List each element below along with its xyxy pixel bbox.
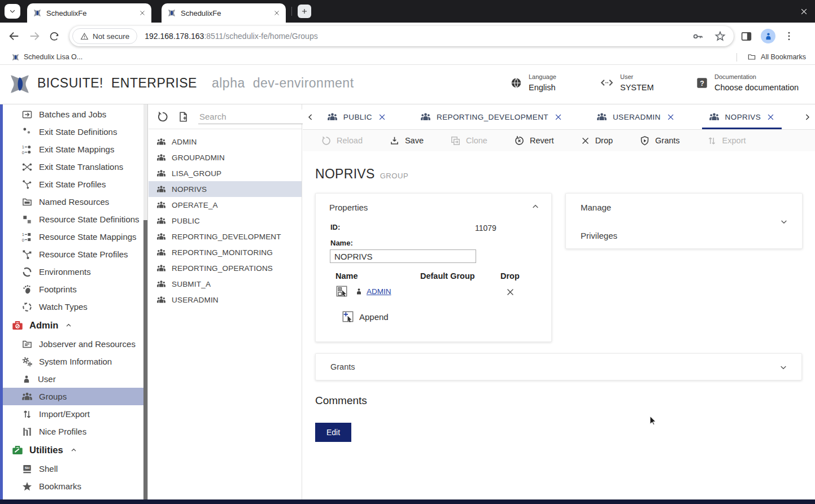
- name-input[interactable]: [330, 249, 476, 263]
- forward-icon[interactable]: [28, 30, 41, 42]
- tab-divider: [291, 7, 292, 16]
- tab-close-icon[interactable]: [139, 10, 146, 16]
- list-item[interactable]: ADMIN: [149, 134, 302, 150]
- browser-tab-1[interactable]: SchedulixFe: [27, 3, 151, 23]
- clone-button[interactable]: Clone: [450, 135, 487, 146]
- list-item[interactable]: USERADMIN: [149, 292, 302, 308]
- tab-search-button[interactable]: [5, 4, 20, 19]
- exit-state-definitions-icon: [21, 126, 33, 138]
- refresh-icon[interactable]: [156, 111, 169, 123]
- user-selector[interactable]: UserSYSTEM: [600, 73, 654, 93]
- address-bar[interactable]: Not secure 192.168.178.163:8511/scheduli…: [69, 26, 734, 46]
- language-selector[interactable]: LanguageEnglish: [510, 73, 556, 93]
- sidebar-item-footprints[interactable]: Footprints: [0, 281, 147, 298]
- save-button[interactable]: Save: [389, 135, 424, 146]
- sidebar-item-bookmarks[interactable]: Bookmarks: [0, 477, 147, 495]
- group-name: NOPRIVS: [172, 185, 207, 194]
- list-item[interactable]: REPORTING_OPERATIONS: [149, 260, 302, 276]
- chevron-right-icon: [803, 112, 812, 122]
- drop-member-icon[interactable]: [505, 287, 515, 297]
- schedulix-favicon: [33, 8, 42, 17]
- tabs-scroll-left-button[interactable]: [303, 104, 318, 129]
- button-label: Save: [405, 136, 424, 145]
- tab-useradmin[interactable]: USERADMIN: [587, 104, 684, 129]
- properties-title: Properties: [329, 203, 368, 212]
- save-icon: [389, 135, 400, 146]
- bookmark-item[interactable]: Schedulix Lisa O...: [11, 53, 82, 62]
- security-chip[interactable]: Not secure: [72, 28, 137, 44]
- revert-button[interactable]: Revert: [514, 135, 554, 146]
- sidebar-section-utilities[interactable]: Utilities: [0, 440, 147, 460]
- append-button[interactable]: Append: [342, 310, 389, 323]
- sidebar-item-environments[interactable]: Environments: [0, 263, 147, 281]
- tab-close-icon[interactable]: [666, 113, 675, 121]
- reload-button[interactable]: Reload: [321, 135, 363, 146]
- manage-privileges-card[interactable]: Manage Privileges: [565, 193, 803, 249]
- expand-chevron-down-icon[interactable]: [779, 217, 788, 226]
- sidebar-item-resource-state-profiles[interactable]: Resource State Profiles: [0, 246, 147, 263]
- list-item-selected[interactable]: NOPRIVS: [149, 181, 302, 197]
- sidebar-item-resource-state-mappings[interactable]: Resource State Mappings: [0, 228, 147, 246]
- star-icon: [21, 481, 33, 492]
- tabs-scroll-right-button[interactable]: [800, 104, 815, 129]
- profile-avatar[interactable]: [761, 29, 775, 43]
- collapse-chevron-up-icon[interactable]: [531, 202, 540, 211]
- sidebar-item-watch-types[interactable]: Watch Types: [0, 298, 147, 315]
- browser-tab-2[interactable]: SchedulixFe: [162, 3, 286, 23]
- grants-button[interactable]: Grants: [639, 135, 680, 146]
- tab-reporting-development[interactable]: REPORTING_DEVELOPMENT: [411, 104, 572, 129]
- tab-public[interactable]: PUBLIC: [318, 104, 395, 129]
- tab-close-icon[interactable]: [273, 10, 280, 16]
- tab-close-icon[interactable]: [378, 113, 386, 121]
- back-icon[interactable]: [8, 30, 20, 42]
- expand-chevron-down-icon[interactable]: [779, 363, 788, 372]
- tab-close-icon[interactable]: [766, 113, 775, 121]
- list-item[interactable]: OPERATE_A: [149, 197, 302, 213]
- sidebar-item-exit-state-definitions[interactable]: Exit State Definitions: [0, 123, 147, 141]
- all-bookmarks-button[interactable]: All Bookmarks: [736, 52, 806, 62]
- warning-icon: [80, 32, 89, 41]
- new-item-icon[interactable]: [177, 111, 190, 123]
- sidebar-item-label: Exit State Mappings: [39, 144, 114, 154]
- search-input[interactable]: [198, 109, 313, 124]
- tab-noprivs[interactable]: NOPRIVS: [700, 104, 785, 129]
- edit-button[interactable]: Edit: [315, 423, 351, 442]
- select-user-icon[interactable]: [335, 285, 348, 297]
- sidebar-item-groups[interactable]: Groups: [0, 388, 147, 405]
- tab-close-icon[interactable]: [554, 113, 563, 121]
- export-button[interactable]: Export: [707, 135, 746, 146]
- member-admin-link[interactable]: ADMIN: [367, 287, 391, 296]
- sidebar-item-shell[interactable]: Shell: [0, 460, 147, 477]
- side-panel-icon[interactable]: [740, 30, 752, 42]
- new-tab-button[interactable]: [298, 5, 311, 18]
- sidebar-item-user[interactable]: User: [0, 370, 147, 388]
- password-key-icon[interactable]: [692, 30, 704, 42]
- list-item[interactable]: REPORTING_MONITORING: [149, 244, 302, 260]
- sidebar-item-exit-state-mappings[interactable]: Exit State Mappings: [0, 141, 147, 158]
- list-item[interactable]: SUBMIT_A: [149, 276, 302, 292]
- list-item[interactable]: PUBLIC: [149, 213, 302, 229]
- grants-card[interactable]: Grants: [315, 353, 802, 380]
- admin-toolbox-icon: [11, 319, 24, 332]
- sidebar-item-resource-state-definitions[interactable]: Resource State Definitions: [0, 211, 147, 228]
- window-close-icon[interactable]: [800, 7, 808, 16]
- list-item[interactable]: LISA_GROUP: [149, 165, 302, 181]
- sidebar-item-jobserver-and-resources[interactable]: Jobserver and Resources: [0, 335, 147, 353]
- sidebar-item-exit-state-translations[interactable]: Exit State Translations: [0, 158, 147, 176]
- sidebar-item-import-export[interactable]: Import/Export: [0, 405, 147, 423]
- bookmark-star-icon[interactable]: [714, 30, 726, 42]
- sidebar-item-named-resources[interactable]: Named Resources: [0, 193, 147, 211]
- sidebar-section-admin[interactable]: Admin: [0, 315, 147, 335]
- reload-page-icon[interactable]: [49, 30, 60, 42]
- sidebar-item-exit-state-profiles[interactable]: Exit State Profiles: [0, 176, 147, 193]
- sidebar-item-system-information[interactable]: System Information: [0, 353, 147, 370]
- jobserver-folder-icon: [21, 339, 33, 350]
- list-item[interactable]: GROUPADMIN: [149, 150, 302, 165]
- sidebar-item-nice-profiles[interactable]: Nice Profiles: [0, 423, 147, 440]
- scrollbar-thumb[interactable]: [143, 220, 147, 499]
- sidebar-item-batches-and-jobs[interactable]: Batches and Jobs: [0, 106, 147, 123]
- kebab-menu-icon[interactable]: [783, 30, 795, 42]
- documentation-selector[interactable]: DocumentationChoose documentation: [696, 73, 799, 93]
- list-item[interactable]: REPORTING_DEVELOPMENT: [149, 229, 302, 244]
- drop-button[interactable]: Drop: [581, 136, 613, 146]
